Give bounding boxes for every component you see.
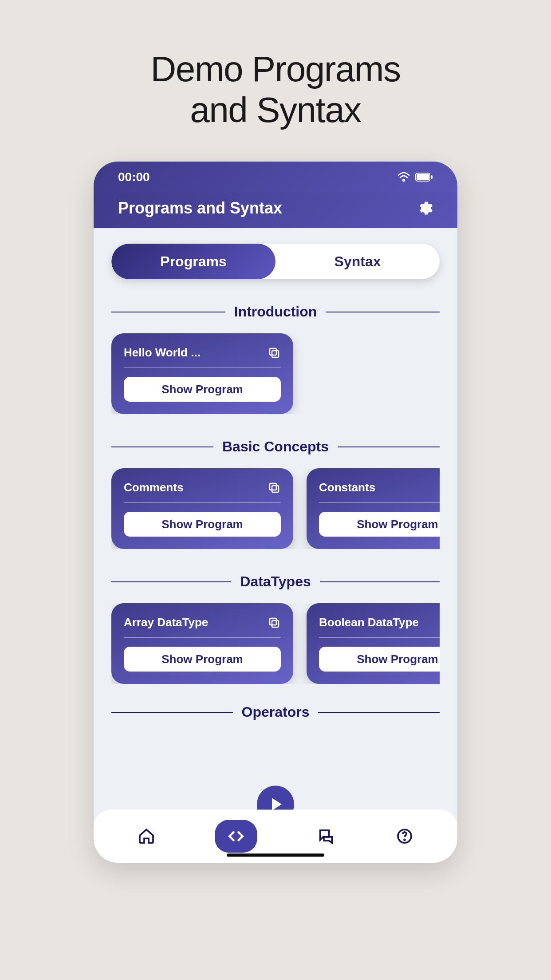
svg-rect-2 [431,175,433,179]
nav-help[interactable] [394,826,415,846]
home-indicator [227,854,324,857]
card-title: Constants [319,481,375,494]
svg-rect-9 [272,620,279,627]
section-datatypes: DataTypes Array DataType Show Program Bo… [111,573,440,684]
section-title: Basic Concepts [222,439,329,455]
show-program-button[interactable]: Show Program [124,512,281,537]
program-card: Comments Show Program [111,468,293,549]
battery-icon [415,173,433,182]
segment-control: Programs Syntax [111,244,440,279]
gear-icon[interactable] [416,200,433,217]
section-operators: Operators [111,704,440,720]
card-title: Comments [124,481,183,494]
svg-rect-5 [272,486,279,492]
section-introduction: Introduction Hello World ... Show Progra… [111,304,440,414]
bottom-nav [94,810,457,863]
svg-rect-10 [270,618,276,625]
section-heading: Introduction [111,304,440,320]
section-title: Introduction [234,304,317,320]
program-card: Hello World ... Show Program [111,333,293,414]
program-card: Array DataType Show Program [111,603,293,684]
section-title: Operators [242,704,310,720]
promo-line1: Demo Programs [151,49,401,89]
show-program-button[interactable]: Show Program [319,512,440,537]
section-heading: Operators [111,704,440,720]
card-title: Boolean DataType [319,616,419,629]
program-card: Constants Show Program [307,468,440,549]
phone-frame: 00:00 Programs and Syntax Programs Synta… [94,162,457,863]
svg-rect-6 [270,483,276,490]
svg-rect-4 [270,348,276,355]
show-program-button[interactable]: Show Program [319,647,440,672]
chat-icon [317,827,335,845]
copy-icon[interactable] [268,346,281,360]
svg-point-14 [404,839,405,840]
tab-syntax[interactable]: Syntax [276,244,440,279]
help-icon [396,827,413,845]
svg-rect-1 [417,174,429,180]
status-icons [398,172,433,182]
section-heading: Basic Concepts [111,439,440,455]
status-bar: 00:00 [94,162,457,193]
wifi-icon [398,172,410,182]
tab-programs[interactable]: Programs [111,244,276,279]
program-card: Boolean DataType Show Program [307,603,440,684]
show-program-button[interactable]: Show Program [124,377,281,402]
play-icon [272,798,282,810]
card-title: Array DataType [124,616,208,629]
content-scroll[interactable]: Introduction Hello World ... Show Progra… [94,304,457,720]
nav-chat[interactable] [316,826,336,846]
nav-code[interactable] [215,820,257,853]
section-title: DataTypes [240,573,311,590]
nav-home[interactable] [136,826,157,846]
home-icon [138,827,155,845]
svg-rect-3 [272,351,279,357]
card-title: Hello World ... [124,346,201,360]
code-icon [226,826,246,846]
section-heading: DataTypes [111,573,440,590]
status-time: 00:00 [118,170,150,184]
promo-title: Demo Programs and Syntax [151,49,401,130]
show-program-button[interactable]: Show Program [124,647,281,672]
promo-line2: and Syntax [190,90,361,130]
page-title: Programs and Syntax [118,199,282,217]
app-header: Programs and Syntax [94,193,457,228]
copy-icon[interactable] [268,481,281,494]
section-basic-concepts: Basic Concepts Comments Show Program Con… [111,439,440,549]
copy-icon[interactable] [268,616,281,629]
